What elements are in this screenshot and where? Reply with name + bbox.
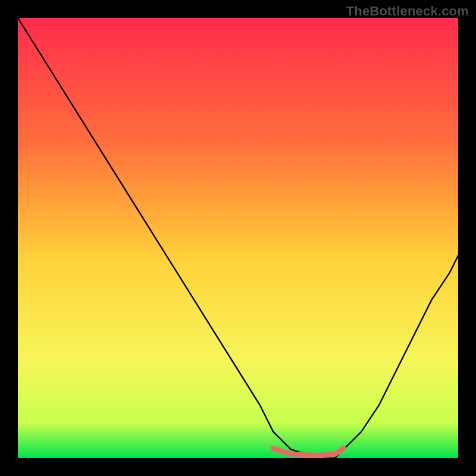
bottleneck-chart	[18, 18, 458, 458]
watermark-text: TheBottleneck.com	[346, 4, 469, 19]
gradient-background	[18, 18, 458, 458]
